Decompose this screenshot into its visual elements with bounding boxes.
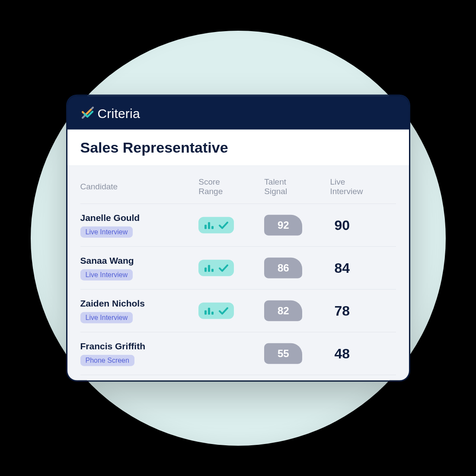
svg-rect-7 xyxy=(204,310,207,315)
brand-logo: Criteria xyxy=(80,105,140,121)
table-row[interactable]: Sanaa Wang Live Interview xyxy=(80,247,396,290)
brand-name: Criteria xyxy=(98,106,140,121)
talent-signal-badge: 86 xyxy=(264,258,302,278)
candidate-name: Zaiden Nichols xyxy=(80,298,199,309)
col-candidate: Candidate xyxy=(80,182,199,192)
stage-pill: Live Interview xyxy=(80,269,133,281)
candidate-cell: Francis Griffith Phone Screen xyxy=(80,341,199,366)
score-range-cell xyxy=(198,303,264,319)
col-live-interview: Live Interview xyxy=(330,177,396,197)
score-range-badge xyxy=(198,260,234,276)
talent-signal-cell: 55 xyxy=(264,343,330,364)
bar-chart-icon xyxy=(204,220,216,230)
talent-signal-cell: 82 xyxy=(264,300,330,321)
table-header-row: Candidate Score Range Talent Signal Live… xyxy=(80,166,396,204)
score-range-cell xyxy=(198,260,264,276)
svg-rect-1 xyxy=(204,225,207,229)
table-row[interactable]: Zaiden Nichols Live Interview xyxy=(80,290,396,332)
score-range-badge xyxy=(198,303,234,319)
page-title: Sales Representative xyxy=(80,139,396,156)
title-band: Sales Representative xyxy=(67,129,409,166)
talent-signal-badge: 55 xyxy=(264,343,302,364)
score-range-cell xyxy=(198,217,264,233)
live-interview-score: 48 xyxy=(330,345,396,361)
live-interview-score: 84 xyxy=(330,260,396,276)
svg-rect-5 xyxy=(208,265,210,272)
talent-signal-badge: 92 xyxy=(264,215,302,236)
svg-rect-6 xyxy=(211,269,214,272)
candidate-name: Francis Griffith xyxy=(80,341,199,351)
check-icon xyxy=(218,306,229,316)
score-range-badge xyxy=(198,217,234,233)
svg-rect-4 xyxy=(204,268,207,272)
check-icon xyxy=(218,263,229,273)
svg-rect-9 xyxy=(211,312,214,315)
bar-chart-icon xyxy=(204,263,216,273)
svg-rect-8 xyxy=(208,308,210,315)
bar-chart-icon xyxy=(204,306,216,316)
stage-pill: Live Interview xyxy=(80,312,133,323)
live-interview-score: 78 xyxy=(330,303,396,319)
stage-pill: Live Interview xyxy=(80,227,133,238)
candidate-cell: Sanaa Wang Live Interview xyxy=(80,256,199,281)
candidate-cell: Janelle Gould Live Interview xyxy=(80,213,199,238)
candidate-cell: Zaiden Nichols Live Interview xyxy=(80,298,199,323)
col-score-range: Score Range xyxy=(198,177,264,197)
candidate-name: Janelle Gould xyxy=(80,213,199,223)
criteria-logo-icon xyxy=(80,105,95,121)
table-body: Candidate Score Range Talent Signal Live… xyxy=(67,166,409,380)
table-row[interactable]: Francis Griffith Phone Screen xyxy=(80,332,396,375)
score-range-cell xyxy=(198,345,264,362)
talent-signal-cell: 86 xyxy=(264,258,330,278)
stage-pill: Phone Screen xyxy=(80,355,134,366)
live-interview-score: 90 xyxy=(330,217,396,233)
col-talent-signal: Talent Signal xyxy=(264,177,330,197)
check-icon xyxy=(218,220,229,230)
svg-rect-3 xyxy=(211,226,214,229)
candidate-card: Criteria Sales Representative Candidate … xyxy=(67,96,409,380)
card-header: Criteria xyxy=(67,96,409,129)
talent-signal-badge: 82 xyxy=(264,300,302,321)
candidate-name: Sanaa Wang xyxy=(80,256,199,266)
talent-signal-cell: 92 xyxy=(264,215,330,236)
svg-rect-2 xyxy=(208,222,210,229)
table-row[interactable]: Janelle Gould Live Interview xyxy=(80,204,396,247)
